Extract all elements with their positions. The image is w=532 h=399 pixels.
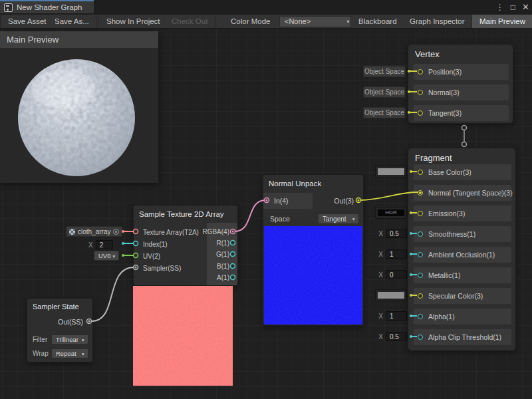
title-bar: New Shader Graph ⋮ □ ✕ bbox=[0, 0, 532, 15]
sample-texture-2d-array-node[interactable]: Sample Texture 2D Array Texture Array(T2… bbox=[133, 205, 238, 286]
document-tab[interactable]: New Shader Graph bbox=[0, 0, 94, 13]
x-label: X bbox=[378, 333, 383, 340]
x-label: X bbox=[378, 251, 383, 258]
space-label: Space bbox=[270, 211, 290, 227]
normal-port[interactable] bbox=[418, 90, 423, 95]
ambient-occlusion-field: X 1 bbox=[378, 249, 407, 259]
smoothness-field: X 0.5 bbox=[378, 228, 407, 239]
specular-color-value bbox=[378, 292, 404, 299]
space-dropdown[interactable]: Tangent ▼ bbox=[318, 213, 359, 224]
dropdown-arrow-icon: ▼ bbox=[112, 251, 116, 261]
sample-texture-preview bbox=[133, 286, 233, 386]
tab-title: New Shader Graph bbox=[17, 3, 82, 11]
tangent-port[interactable] bbox=[418, 110, 423, 116]
main-preview-button[interactable]: Main Preview bbox=[472, 15, 532, 28]
normal-slot-label: Normal(3) bbox=[428, 88, 460, 96]
rgba-output-row: RGBA(4) bbox=[202, 226, 229, 237]
shader-graph-icon bbox=[4, 3, 13, 12]
position-port[interactable] bbox=[418, 69, 423, 74]
normal-space-binding: Object Space bbox=[363, 86, 406, 98]
index-value-widget: X 2 bbox=[88, 239, 113, 250]
texture-array-input-row: Texture Array(T2A) bbox=[134, 226, 199, 238]
blackboard-button[interactable]: Blackboard bbox=[350, 15, 405, 28]
alpha-clip-label: Alpha Clip Threshold(1) bbox=[428, 333, 501, 341]
toolbar: Save Asset Save As... Show In Project Ch… bbox=[0, 15, 532, 29]
specular-color-swatch[interactable] bbox=[375, 289, 407, 301]
uv-channel-dropdown[interactable]: UV0 ▼ bbox=[94, 251, 119, 261]
sampler-state-title[interactable]: Sampler State bbox=[27, 299, 92, 315]
texture-array-label: Texture Array(T2A) bbox=[143, 229, 199, 236]
normal-ts-port[interactable] bbox=[418, 190, 423, 196]
smoothness-port[interactable] bbox=[418, 231, 423, 237]
uv-label: UV(2) bbox=[143, 253, 160, 260]
alpha-label: Alpha(1) bbox=[428, 313, 455, 321]
index-value[interactable]: 2 bbox=[96, 240, 113, 249]
cloth-array-property[interactable]: cloth_array bbox=[66, 226, 122, 237]
metallic-value[interactable]: 0 bbox=[386, 270, 407, 279]
base-color-swatch[interactable] bbox=[375, 166, 407, 178]
base-color-port[interactable] bbox=[418, 170, 423, 175]
x-label: X bbox=[88, 241, 93, 249]
save-as-button[interactable]: Save As... bbox=[47, 15, 97, 28]
main-preview-title: Main Preview bbox=[7, 35, 59, 45]
specular-color-label: Specular Color(3) bbox=[428, 292, 483, 300]
sampler-label: Sampler(SS) bbox=[143, 265, 181, 272]
show-in-project-button[interactable]: Show In Project bbox=[98, 15, 168, 28]
main-preview-header[interactable]: Main Preview bbox=[0, 31, 158, 48]
vertex-node-title[interactable]: Vertex bbox=[408, 45, 513, 64]
smoothness-value[interactable]: 0.5 bbox=[386, 229, 407, 238]
graph-inspector-button[interactable]: Graph Inspector bbox=[402, 15, 472, 28]
close-icon[interactable]: ✕ bbox=[522, 0, 529, 15]
dropdown-arrow-icon: ▼ bbox=[352, 214, 356, 224]
sampler-state-node[interactable]: Sampler State Out(SS) Filter Trilinear ▼… bbox=[27, 298, 93, 362]
save-asset-button[interactable]: Save Asset bbox=[0, 15, 55, 28]
base-color-value bbox=[378, 168, 404, 175]
window-menu-icon[interactable]: ⋮ bbox=[496, 0, 504, 15]
x-label: X bbox=[378, 271, 383, 279]
normal-unpack-preview bbox=[264, 226, 362, 325]
ambient-occlusion-port[interactable] bbox=[418, 252, 423, 257]
index-label: Index(1) bbox=[143, 241, 168, 248]
g-output-row: G(1) bbox=[216, 249, 229, 260]
metallic-port[interactable] bbox=[418, 273, 423, 278]
main-preview-panel: Main Preview bbox=[0, 31, 158, 183]
tangent-slot-label: Tangent(3) bbox=[428, 109, 462, 117]
alpha-clip-port[interactable] bbox=[418, 334, 423, 340]
fragment-slot-base-color: Base Color(3) bbox=[414, 164, 511, 180]
main-preview-viewport[interactable] bbox=[0, 48, 158, 183]
fragment-node[interactable]: Fragment Base Color(3) Normal (Tangent S… bbox=[408, 148, 516, 351]
filter-dropdown[interactable]: Trilinear ▼ bbox=[51, 334, 88, 344]
fragment-slot-smoothness: Smoothness(1) bbox=[414, 226, 511, 242]
sampler-input-row: Sampler(SS) bbox=[134, 262, 181, 274]
emission-port[interactable] bbox=[418, 211, 423, 216]
metallic-field: X 0 bbox=[378, 269, 407, 280]
uv-channel-value: UV0 bbox=[98, 252, 110, 259]
base-color-label: Base Color(3) bbox=[428, 168, 471, 176]
dropdown-arrow-icon: ▼ bbox=[81, 335, 85, 345]
dropdown-arrow-icon: ▼ bbox=[346, 17, 350, 27]
normal-unpack-title[interactable]: Normal Unpack bbox=[263, 175, 363, 192]
alpha-clip-value[interactable]: 0.5 bbox=[386, 332, 407, 341]
a-output-row: A(1) bbox=[217, 272, 229, 283]
check-out-button[interactable]: Check Out bbox=[164, 15, 215, 28]
maximize-icon[interactable]: □ bbox=[511, 0, 515, 15]
sample-texture-node-title[interactable]: Sample Texture 2D Array bbox=[134, 205, 237, 223]
alpha-port[interactable] bbox=[418, 314, 423, 319]
color-mode-label: Color Mode bbox=[231, 15, 270, 28]
preview-sphere bbox=[0, 48, 158, 183]
fragment-slot-alpha: Alpha(1) bbox=[414, 309, 511, 325]
wrap-value: Repeat bbox=[56, 350, 76, 357]
alpha-value[interactable]: 1 bbox=[386, 311, 407, 321]
normal-unpack-node[interactable]: Normal Unpack In(4) Out(3) Space Tangent… bbox=[263, 174, 364, 326]
ambient-occlusion-value[interactable]: 1 bbox=[386, 249, 407, 259]
emission-hdr-swatch[interactable]: HDR bbox=[375, 207, 407, 219]
alpha-field: X 1 bbox=[378, 311, 407, 321]
fragment-slot-ambient-occlusion: Ambient Occlusion(1) bbox=[414, 247, 511, 263]
smoothness-label: Smoothness(1) bbox=[428, 230, 475, 238]
vertex-node[interactable]: Vertex Position(3) Normal(3) Tangent(3) bbox=[408, 44, 513, 124]
preview-toggle-icon[interactable] bbox=[113, 229, 119, 235]
color-mode-dropdown[interactable]: <None> ▼ bbox=[279, 16, 354, 27]
vertex-slot-tangent: Tangent(3) bbox=[414, 105, 509, 121]
wrap-dropdown[interactable]: Repeat ▼ bbox=[51, 348, 88, 358]
specular-color-port[interactable] bbox=[418, 293, 423, 299]
